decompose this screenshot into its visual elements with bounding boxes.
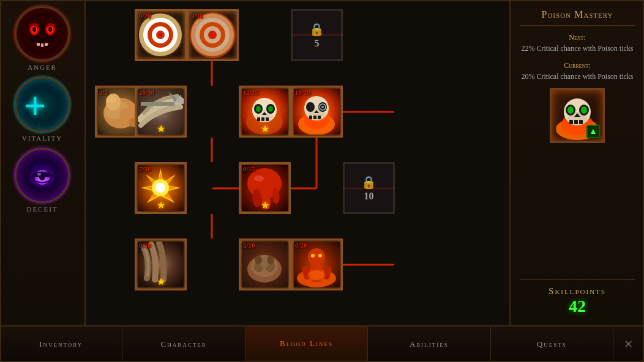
svg-rect-74 — [313, 116, 316, 119]
svg-rect-60 — [257, 117, 260, 121]
svg-point-104 — [581, 106, 587, 114]
skill-node-explosion[interactable]: 7/30 ★ — [135, 162, 187, 214]
deceit-label: Deceit — [26, 205, 58, 213]
stat-vitality[interactable]: Vitality — [9, 77, 76, 142]
node-counter: 6/20 — [295, 242, 307, 249]
skill-node-armor[interactable]: 5/10 — [239, 238, 291, 290]
skill-node-locked2[interactable]: 🔒 10 — [343, 162, 395, 214]
skill-node-lava[interactable]: 6/20 — [291, 238, 343, 290]
current-desc: 20% Critical chance with Poison ticks — [522, 72, 634, 81]
svg-point-94 — [308, 270, 325, 280]
node-counter: 20/30 — [139, 89, 154, 96]
anger-label: Anger — [28, 64, 57, 71]
node-star: ★ — [157, 199, 165, 211]
skill-node-skull1[interactable]: 12/15 — [239, 86, 291, 138]
svg-rect-106 — [574, 120, 578, 124]
svg-point-46 — [211, 33, 214, 37]
node-counter: 7/30 — [139, 165, 151, 172]
node-star: ★ — [261, 123, 269, 135]
svg-point-72 — [321, 106, 324, 108]
svg-point-95 — [311, 254, 315, 257]
svg-point-103 — [567, 106, 574, 114]
nav-abilities-label: Abilities — [410, 339, 449, 349]
nav-blood-lines-label: Blood Lines — [280, 339, 333, 349]
svg-rect-12 — [41, 43, 43, 47]
vitality-label: Vitality — [22, 135, 62, 142]
lock-overlay-1: 🔒 5 — [309, 22, 324, 49]
node-counter: 10/20 — [295, 89, 310, 96]
close-icon: ✕ — [624, 338, 634, 351]
node-star: ★ — [157, 123, 165, 135]
svg-rect-62 — [266, 117, 269, 121]
svg-rect-13 — [45, 43, 48, 46]
node-counter: 0/15 — [243, 165, 255, 172]
nav-blood-lines[interactable]: Blood Lines — [245, 327, 368, 362]
svg-point-79 — [155, 183, 165, 193]
bottom-nav: Inventory Character Blood Lines Abilitie… — [0, 325, 644, 362]
node-counter: 5/10 — [243, 242, 255, 249]
skillpoints-value: 42 — [520, 297, 635, 316]
next-label: Next: — [569, 33, 586, 42]
skillpoints-section: Skillpoints 42 — [520, 279, 635, 316]
skill-node-target2[interactable]: 3/30 — [187, 9, 239, 61]
nav-character[interactable]: Character — [122, 327, 245, 362]
right-panel: Poison Mastery Next: 22% Critical chance… — [509, 0, 644, 325]
current-label: Current: — [564, 61, 590, 70]
skill-node-blood[interactable]: 0/15 ★ — [239, 162, 291, 214]
stat-deceit[interactable]: Deceit — [9, 148, 76, 213]
node-counter: 0/20 — [139, 12, 151, 20]
vitality-cross — [24, 86, 61, 123]
svg-rect-75 — [318, 116, 321, 119]
main-area: Anger Vitality — [0, 0, 644, 325]
node-counter: 3/30 — [191, 12, 203, 20]
svg-rect-73 — [309, 116, 312, 119]
svg-point-96 — [318, 254, 322, 257]
nav-quests[interactable]: Quests — [491, 327, 613, 362]
svg-point-7 — [48, 27, 52, 32]
skill-node-locked1[interactable]: 🔒 5 — [291, 9, 343, 61]
lock-icon-2: 🔒 — [361, 175, 376, 190]
skill-node-fire-skull[interactable]: 10/20 — [291, 86, 343, 138]
skillpoints-label: Skillpoints — [520, 286, 635, 297]
node-star: ★ — [157, 276, 165, 287]
skill-preview: ▲ — [550, 88, 605, 143]
skill-tree: 0/20 3/30 — [86, 0, 509, 325]
svg-point-69 — [306, 102, 315, 112]
svg-point-20 — [37, 173, 41, 175]
svg-point-10 — [40, 35, 45, 39]
anger-icon — [15, 6, 70, 61]
left-sidebar: Anger Vitality — [0, 0, 86, 325]
stat-anger[interactable]: Anger — [9, 6, 76, 71]
svg-point-87 — [255, 256, 262, 264]
svg-point-6 — [32, 27, 36, 32]
svg-point-40 — [159, 33, 162, 37]
svg-point-64 — [268, 106, 273, 112]
nav-inventory-label: Inventory — [39, 339, 83, 349]
svg-point-81 — [254, 175, 264, 182]
next-desc: 22% Critical chance with Poison ticks — [522, 44, 634, 53]
node-counter: 12/15 — [243, 89, 258, 96]
deceit-icon — [15, 148, 70, 203]
skill-node-slash[interactable]: 0/30 ★ — [135, 238, 187, 290]
svg-rect-11 — [37, 43, 40, 46]
close-button[interactable]: ✕ — [613, 327, 644, 362]
svg-rect-105 — [569, 120, 573, 124]
upgrade-icon: ▲ — [589, 127, 597, 136]
nav-inventory[interactable]: Inventory — [0, 327, 122, 362]
lock-overlay-2: 🔒 10 — [361, 175, 376, 202]
skill-node-target1[interactable]: 0/20 — [135, 9, 187, 61]
nav-quests-label: Quests — [537, 339, 567, 349]
panel-title: Poison Mastery — [520, 9, 635, 26]
node-counter: 0/30 — [139, 242, 151, 249]
upgrade-arrow[interactable]: ▲ — [586, 125, 600, 138]
node-counter: 3/3 — [99, 89, 108, 96]
anger-svg — [21, 12, 64, 55]
nav-abilities[interactable]: Abilities — [368, 327, 490, 362]
skill-node-arrow[interactable]: 20/30 ★ — [135, 86, 187, 138]
svg-point-90 — [308, 248, 325, 265]
svg-point-63 — [256, 106, 261, 112]
lock-number-1: 5 — [315, 38, 320, 49]
panel-next-section: Next: 22% Critical chance with Poison ti… — [520, 32, 635, 54]
lock-number-2: 10 — [364, 191, 374, 202]
svg-rect-61 — [261, 117, 264, 121]
